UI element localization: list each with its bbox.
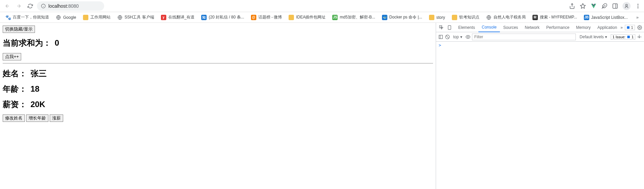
- bookmark-label: 软考知识点: [459, 14, 479, 20]
- bookmark-item[interactable]: 🐾百度一下，你就知道: [3, 13, 52, 21]
- console-output[interactable]: >: [436, 42, 644, 189]
- salary-label: 薪资：: [3, 100, 27, 109]
- levels-label: Default levels: [579, 35, 604, 39]
- bookmark-item[interactable]: y在线翻译_有道: [158, 13, 198, 21]
- bookmark-item[interactable]: 自然人电子税务局: [483, 13, 528, 21]
- console-filter-input[interactable]: [472, 34, 576, 40]
- svg-point-9: [638, 5, 639, 6]
- change-name-button[interactable]: 修改姓名: [3, 114, 25, 122]
- bookmarks-overflow-icon[interactable]: »: [634, 15, 641, 20]
- tab-network[interactable]: Network: [521, 23, 543, 32]
- forward-button[interactable]: [14, 1, 24, 11]
- devtools-panel: Elements Console Sources Network Perform…: [436, 23, 644, 189]
- clear-console-icon[interactable]: [445, 34, 450, 40]
- divider: [3, 63, 433, 63]
- bookmark-item[interactable]: JSmd5加密、解密-B...: [330, 13, 378, 21]
- site-info-icon[interactable]: [41, 4, 46, 8]
- youdao-icon: y: [161, 15, 166, 20]
- svg-point-28: [467, 36, 469, 38]
- salary-heading: 薪资： 20K: [3, 99, 433, 110]
- context-selector[interactable]: top ▾: [452, 34, 464, 40]
- chevron-down-icon: ▾: [460, 35, 462, 39]
- console-sidebar-toggle-icon[interactable]: [438, 34, 443, 40]
- issues-label: 1 Issue:: [612, 35, 626, 39]
- bookmark-item[interactable]: JBJavaScript ListBox...: [581, 13, 631, 21]
- age-label: 年龄：: [3, 84, 27, 93]
- salary-value: 20K: [31, 100, 45, 109]
- warnings-badge[interactable]: 1: [625, 25, 635, 30]
- side-panel-icon[interactable]: [612, 3, 618, 9]
- action-buttons: 修改姓名 增长年龄 涨薪: [3, 114, 433, 122]
- bookmark-item[interactable]: 知(20 封私信 / 80 条...: [199, 13, 247, 21]
- live-expression-icon[interactable]: [465, 34, 471, 40]
- svg-point-18: [639, 27, 640, 28]
- sum-value: 0: [55, 38, 59, 47]
- bookmark-star-icon[interactable]: [579, 3, 586, 9]
- bookmark-label: 百度一下，你就知道: [13, 14, 49, 20]
- name-heading: 姓名： 张三: [3, 68, 433, 79]
- bookmark-item[interactable]: 🐳Docker ps 命令 |...: [379, 13, 425, 21]
- share-icon[interactable]: [569, 3, 575, 9]
- svg-rect-29: [627, 36, 630, 38]
- baidu-icon: 🐾: [5, 15, 11, 20]
- profile-avatar[interactable]: [622, 2, 631, 10]
- tab-memory[interactable]: Memory: [573, 23, 594, 32]
- bookmark-item[interactable]: 软考知识点: [449, 13, 482, 21]
- log-levels-selector[interactable]: Default levels ▾: [577, 34, 609, 40]
- svg-rect-24: [439, 35, 443, 39]
- bookmark-item[interactable]: 工作用网站: [80, 13, 113, 21]
- bookmarks-bar: 🐾百度一下，你就知道 Google 工作用网站 SSH工具 客户端 y在线翻译_…: [0, 12, 644, 23]
- devtools-tabs: Elements Console Sources Network Perform…: [436, 23, 644, 32]
- toggle-visibility-button[interactable]: 切换隐藏/显示: [3, 26, 35, 33]
- tab-console[interactable]: Console: [478, 23, 500, 32]
- console-prompt: >: [439, 43, 441, 48]
- device-toggle-icon[interactable]: [447, 25, 452, 30]
- bookmark-label: 搜索 - MYFREEMP...: [540, 14, 577, 20]
- bookmark-item[interactable]: IDEA插件包网址: [286, 13, 328, 21]
- bookmark-item[interactable]: M搜索 - MYFREEMP...: [530, 13, 580, 21]
- tabs-overflow-icon[interactable]: »: [620, 25, 623, 30]
- bookmark-item[interactable]: @话题榜 - 微博: [248, 13, 285, 21]
- reload-button[interactable]: [26, 1, 35, 11]
- issues-badge[interactable]: 1 Issue: 1: [611, 34, 635, 40]
- bookmark-label: Docker ps 命令 |...: [389, 14, 422, 20]
- folder-icon: [83, 15, 88, 20]
- svg-point-10: [638, 7, 639, 8]
- tab-performance[interactable]: Performance: [543, 23, 573, 32]
- name-value: 张三: [31, 69, 47, 78]
- increase-age-button[interactable]: 增长年龄: [26, 114, 48, 122]
- settings-icon[interactable]: [637, 25, 642, 30]
- bookmark-item[interactable]: story: [426, 13, 448, 21]
- address-bar[interactable]: localhost:8080: [37, 1, 104, 11]
- weibo-icon: @: [251, 15, 256, 20]
- svg-rect-5: [613, 4, 617, 8]
- tab-sources[interactable]: Sources: [500, 23, 521, 32]
- tab-application[interactable]: Application: [594, 23, 620, 32]
- age-value: 18: [31, 84, 40, 93]
- page-content: 切换隐藏/显示 当前求和为： 0 点我++ 姓名： 张三 年龄： 18 薪资： …: [0, 23, 436, 189]
- bookmark-item[interactable]: Google: [53, 13, 79, 21]
- folder-icon: [429, 15, 434, 20]
- raise-salary-button[interactable]: 涨薪: [50, 114, 63, 122]
- bookmark-label: 在线翻译_有道: [168, 14, 195, 20]
- svg-point-7: [626, 4, 627, 6]
- age-heading: 年龄： 18: [3, 84, 433, 94]
- console-settings-icon[interactable]: [637, 34, 642, 40]
- inspect-element-icon[interactable]: [439, 25, 444, 30]
- docker-icon: 🐳: [382, 15, 387, 20]
- name-label: 姓名：: [3, 69, 27, 78]
- vue-devtools-icon[interactable]: [590, 3, 597, 9]
- back-button[interactable]: [3, 1, 12, 11]
- extensions-icon[interactable]: [601, 3, 608, 9]
- svg-rect-17: [627, 26, 630, 29]
- bookmark-label: md5加密、解密-B...: [340, 14, 375, 20]
- chrome-menu-icon[interactable]: [635, 3, 641, 9]
- tab-elements[interactable]: Elements: [455, 23, 478, 32]
- chevron-down-icon: ▾: [605, 35, 607, 39]
- increment-button[interactable]: 点我++: [3, 53, 21, 60]
- folder-icon: [289, 15, 294, 20]
- bookmark-label: 自然人电子税务局: [493, 14, 526, 20]
- bookmark-item[interactable]: SSH工具 客户端: [115, 13, 157, 21]
- bookmark-label: Google: [63, 15, 76, 20]
- bookmark-label: story: [436, 15, 445, 20]
